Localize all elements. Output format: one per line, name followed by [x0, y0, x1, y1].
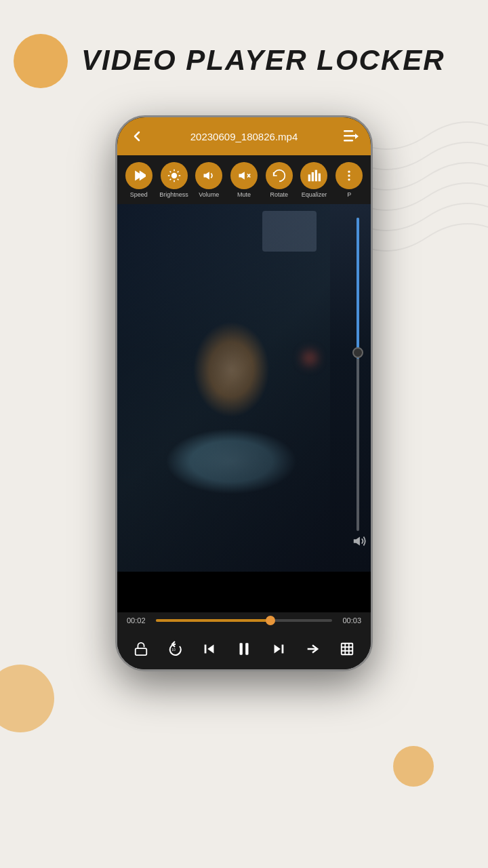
svg-rect-30 — [205, 645, 207, 654]
svg-rect-19 — [308, 174, 310, 181]
svg-rect-20 — [312, 172, 314, 181]
phone-frame: 20230609_180826.mp4 — [115, 115, 373, 671]
svg-rect-21 — [315, 170, 317, 181]
video-frame — [117, 204, 371, 572]
progress-bar[interactable] — [156, 619, 332, 622]
decoration-circle-bottom-left — [0, 665, 54, 732]
mute-label: Mute — [237, 191, 251, 198]
svg-marker-5 — [140, 170, 146, 180]
forward-button[interactable] — [300, 637, 325, 661]
decoration-circle-top-left — [14, 34, 68, 88]
controls-bar: 10 — [117, 629, 371, 669]
crop-button[interactable] — [335, 637, 359, 661]
svg-point-23 — [348, 170, 350, 172]
bokeh-light — [303, 351, 317, 365]
more-icon — [336, 162, 363, 189]
svg-rect-1 — [344, 135, 356, 137]
tool-more[interactable]: P — [333, 162, 365, 198]
mute-icon — [230, 162, 258, 189]
previous-button[interactable] — [197, 637, 222, 661]
pause-button[interactable] — [232, 637, 256, 661]
svg-point-6 — [171, 172, 176, 178]
volume-overlay-icon — [352, 534, 367, 551]
more-label: P — [347, 191, 351, 198]
video-filename: 20230609_180826.mp4 — [147, 131, 341, 142]
equalizer-label: Equalizer — [302, 191, 327, 198]
header-bar: 20230609_180826.mp4 — [117, 117, 371, 155]
progress-thumb[interactable] — [266, 616, 275, 625]
svg-text:10: 10 — [171, 648, 176, 652]
video-overlay — [117, 204, 330, 572]
svg-rect-31 — [239, 643, 242, 654]
volume-icon — [195, 162, 222, 189]
svg-line-14 — [177, 171, 178, 172]
total-time: 00:03 — [338, 616, 361, 625]
tool-mute[interactable]: Mute — [228, 162, 260, 198]
svg-marker-3 — [355, 134, 359, 139]
back-button[interactable] — [127, 126, 147, 146]
progress-section: 00:02 00:03 — [117, 612, 371, 629]
progress-fill — [156, 619, 270, 622]
brightness-label: Brightness — [159, 191, 188, 198]
tool-speed[interactable]: Speed — [123, 162, 155, 198]
tool-rotate[interactable]: Rotate — [263, 162, 296, 198]
svg-rect-22 — [319, 173, 321, 181]
tool-brightness[interactable]: Brightness — [158, 162, 190, 198]
svg-marker-15 — [204, 172, 209, 180]
brightness-icon — [161, 162, 188, 189]
progress-row: 00:02 00:03 — [127, 616, 361, 625]
svg-rect-0 — [344, 130, 353, 132]
svg-marker-29 — [208, 645, 214, 654]
rotate-icon — [266, 162, 293, 189]
volume-label: Volume — [199, 191, 219, 198]
svg-rect-34 — [281, 645, 283, 654]
slider-fill — [357, 218, 359, 359]
next-button[interactable] — [266, 637, 291, 661]
speed-icon — [125, 162, 152, 189]
svg-point-24 — [348, 174, 350, 176]
tool-equalizer[interactable]: Equalizer — [298, 162, 331, 198]
svg-marker-26 — [354, 537, 360, 546]
current-time: 00:02 — [127, 616, 150, 625]
tool-volume[interactable]: Volume — [192, 162, 225, 198]
phone-screen: 20230609_180826.mp4 — [117, 117, 371, 669]
svg-marker-16 — [239, 172, 245, 180]
app-title: VIDEO PLAYER LOCKER — [81, 44, 445, 77]
svg-line-13 — [169, 178, 171, 180]
toolbar: Speed — [117, 155, 371, 204]
speed-label: Speed — [130, 191, 148, 198]
bottom-black-area — [117, 572, 371, 612]
brightness-slider[interactable] — [356, 218, 360, 531]
svg-point-25 — [348, 178, 350, 180]
window-light — [262, 211, 317, 252]
slider-thumb[interactable] — [352, 347, 363, 358]
svg-line-10 — [177, 178, 178, 180]
svg-rect-2 — [344, 140, 353, 142]
svg-rect-36 — [341, 644, 352, 655]
svg-rect-32 — [245, 643, 248, 654]
video-player[interactable] — [117, 204, 371, 572]
rotate-label: Rotate — [270, 191, 288, 198]
slider-track — [357, 218, 359, 531]
lock-button[interactable] — [129, 637, 153, 661]
equalizer-icon — [300, 162, 327, 189]
svg-rect-27 — [136, 648, 147, 655]
svg-line-9 — [169, 171, 171, 172]
replay10-button[interactable]: 10 — [163, 637, 188, 661]
decoration-circle-bottom-right — [393, 746, 434, 787]
svg-marker-33 — [274, 645, 280, 654]
playlist-button[interactable] — [341, 126, 361, 146]
